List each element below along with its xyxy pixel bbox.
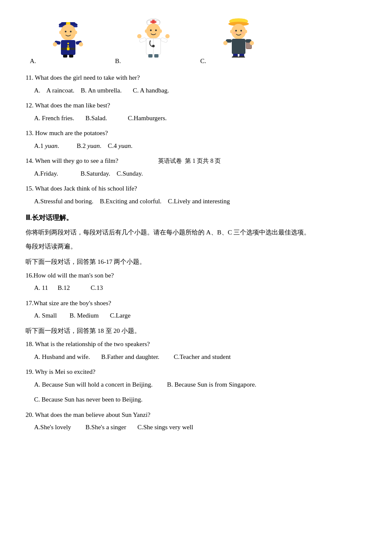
svg-point-16 bbox=[53, 42, 57, 46]
svg-point-8 bbox=[75, 31, 77, 34]
q17-options: A. Small B. Medium C.Large bbox=[34, 310, 366, 321]
svg-rect-19 bbox=[69, 55, 73, 58]
q15-text: 15. What does Jack think of his school l… bbox=[26, 183, 366, 194]
q14-options: A.Friday. B.Saturday. C.Sunday. bbox=[34, 168, 366, 179]
svg-point-41 bbox=[231, 24, 246, 39]
q14-text: 14. When will they go to see a film? 英语试… bbox=[26, 156, 366, 167]
question-12: 12. What does the man like best? A. Fren… bbox=[26, 100, 366, 124]
q13-text: 13. How much are the potatoes? bbox=[26, 128, 366, 139]
cartoon-images-row: A. bbox=[26, 13, 366, 65]
q16-options: A. 11 B.12 C.13 bbox=[34, 283, 366, 294]
svg-point-44 bbox=[233, 32, 236, 34]
cartoon-c-item: C. bbox=[196, 13, 281, 65]
dialog2-header: 听下面一段对话，回答第 18 至 20 小题。 bbox=[26, 326, 366, 337]
q19-text: 19. Why is Mei so excited? bbox=[26, 367, 366, 378]
cartoon-a-item: A. bbox=[26, 13, 111, 65]
q17-text: 17.What size are the boy's shoes? bbox=[26, 298, 366, 309]
q18-text: 18. What is the relationship of the two … bbox=[26, 339, 366, 350]
svg-point-54 bbox=[250, 41, 254, 45]
svg-point-34 bbox=[137, 34, 141, 38]
svg-point-42 bbox=[235, 30, 237, 32]
svg-point-12 bbox=[67, 43, 69, 44]
question-14: 14. When will they go to see a film? 英语试… bbox=[26, 156, 366, 179]
svg-point-17 bbox=[79, 42, 83, 46]
question-17: 17.What size are the boy's shoes? A. Sma… bbox=[26, 298, 366, 321]
svg-rect-36 bbox=[148, 54, 153, 58]
svg-point-25 bbox=[150, 29, 152, 31]
q13-yuan1: yuan bbox=[45, 142, 58, 149]
svg-point-4 bbox=[61, 24, 76, 40]
q16-text: 16.How old will the man's son be? bbox=[26, 270, 366, 281]
cartoon-b-label: B. bbox=[111, 58, 121, 65]
cartoon-b-svg bbox=[134, 13, 173, 58]
section3-header: Ⅲ.长对话理解。 bbox=[26, 214, 366, 223]
question-16: 16.How old will the man's son be? A. 11 … bbox=[26, 270, 366, 294]
q13-yuan3: yuan bbox=[118, 142, 131, 149]
question-20: 20. What does the man believe about Sun … bbox=[26, 410, 366, 433]
svg-rect-11 bbox=[67, 47, 69, 50]
svg-point-24 bbox=[146, 23, 161, 39]
svg-point-43 bbox=[240, 30, 242, 32]
svg-point-53 bbox=[223, 41, 228, 45]
cartoon-c-svg bbox=[219, 13, 258, 58]
svg-point-31 bbox=[152, 45, 155, 47]
svg-point-28 bbox=[159, 29, 162, 33]
svg-point-26 bbox=[155, 29, 157, 31]
q19-options-line1: A. Because Sun will hold a concert in Be… bbox=[34, 379, 366, 390]
svg-rect-18 bbox=[63, 55, 67, 58]
q19-options-line2: C. Because Sun has never been to Beijing… bbox=[34, 394, 366, 405]
question-15: 15. What does Jack think of his school l… bbox=[26, 183, 366, 207]
cartoon-b-item: B. bbox=[111, 13, 196, 65]
q18-options: A. Husband and wife. B.Father and daught… bbox=[34, 352, 366, 363]
q20-text: 20. What does the man believe about Sun … bbox=[26, 410, 366, 421]
q11-options: A. A raincoat. B. An umbrella. C. A hand… bbox=[34, 85, 366, 96]
svg-rect-23 bbox=[150, 21, 156, 23]
cartoon-a-label: A. bbox=[26, 58, 36, 65]
svg-point-45 bbox=[241, 32, 244, 34]
cartoon-c-label: C. bbox=[196, 58, 206, 65]
section3-intro2: 每段对话读两遍。 bbox=[26, 241, 366, 252]
svg-point-47 bbox=[245, 30, 247, 33]
svg-point-35 bbox=[165, 34, 170, 38]
svg-rect-37 bbox=[154, 54, 159, 58]
q13-options: A.1 yuan. B.2 yuan. C.4 yuan. bbox=[34, 141, 366, 152]
svg-point-6 bbox=[70, 31, 72, 32]
svg-point-5 bbox=[65, 31, 66, 32]
q13-yuan2: yuan bbox=[87, 142, 100, 149]
section3-intro1: 你将听到两段对话，每段对话后有几个小题。请在每小题所给的 A、B、C 三个选项中… bbox=[26, 227, 366, 238]
svg-point-27 bbox=[145, 29, 147, 33]
cartoon-a-svg bbox=[49, 13, 87, 58]
svg-point-46 bbox=[230, 30, 233, 33]
question-18: 18. What is the relationship of the two … bbox=[26, 339, 366, 362]
question-11: 11. What does the girl need to take with… bbox=[26, 72, 366, 96]
svg-point-13 bbox=[67, 45, 69, 47]
question-19: 19. Why is Mei so excited? A. Because Su… bbox=[26, 367, 366, 405]
q11-text: 11. What does the girl need to take with… bbox=[26, 72, 366, 84]
q20-options: A.She's lovely B.She's a singer C.She si… bbox=[34, 422, 366, 433]
svg-point-7 bbox=[59, 31, 62, 34]
dialog1-header: 听下面一段对话，回答第 16-17 两个小题。 bbox=[26, 257, 366, 268]
question-13: 13. How much are the potatoes? A.1 yuan.… bbox=[26, 128, 366, 151]
q15-options: A.Stressful and boring. B.Exciting and c… bbox=[34, 196, 366, 207]
page-stamp: 英语试卷 第 1 页共 8 页 bbox=[158, 156, 221, 166]
svg-rect-48 bbox=[232, 39, 245, 54]
q12-options: A. French fries. B.Salad. C.Hamburgers. bbox=[34, 113, 366, 124]
q12-text: 12. What does the man like best? bbox=[26, 100, 366, 111]
